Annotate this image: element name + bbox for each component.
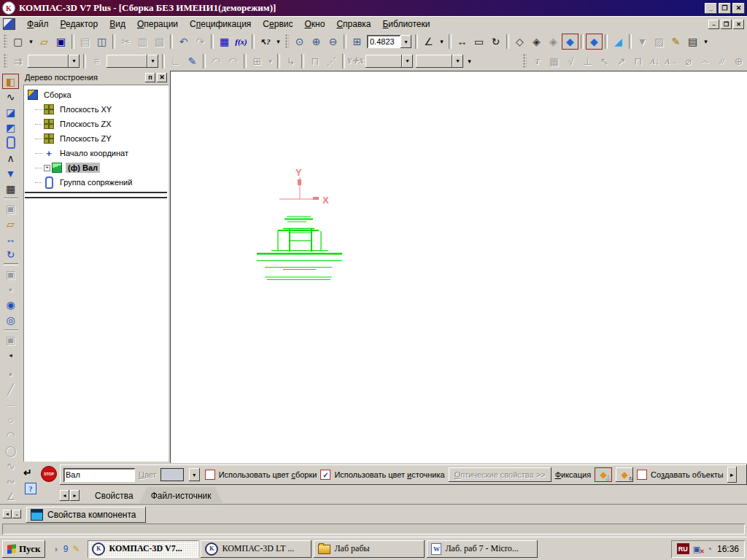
- close-button[interactable]: ✕: [732, 3, 745, 14]
- zoom-by-rectangle-button[interactable]: ⊞: [349, 34, 365, 50]
- drawing-dropdown-button[interactable]: ▾: [701, 34, 711, 50]
- mdi-minimize-button[interactable]: –: [708, 20, 719, 29]
- tree-item-origin[interactable]: +Начало координат: [25, 146, 167, 160]
- sketch-edit-button[interactable]: ✎: [184, 53, 201, 69]
- tree-item-mates-group[interactable]: Группа сопряжений: [25, 175, 167, 190]
- collision-check-button[interactable]: ◉: [2, 298, 19, 313]
- scale-combo-value[interactable]: 0.4823: [367, 35, 400, 48]
- filters-button[interactable]: ▼: [2, 166, 19, 181]
- taskbar-button-lab-rab-7-word[interactable]: WЛаб. раб 7 - Micro...: [427, 540, 538, 558]
- zoom-in-button[interactable]: ⊕: [308, 34, 325, 50]
- scale-combo-dropdown-icon[interactable]: ▾: [400, 35, 411, 48]
- tab-file-source[interactable]: Файл-источник: [139, 487, 223, 503]
- unfix-component-toggle[interactable]: ◆↻: [616, 467, 633, 482]
- component-name-input[interactable]: [63, 468, 135, 482]
- move-component-button[interactable]: ↔: [2, 231, 19, 246]
- language-indicator[interactable]: RU: [677, 543, 689, 554]
- menu-item-file[interactable]: Файл: [21, 17, 55, 31]
- orientation-button[interactable]: ∠: [420, 34, 437, 50]
- toolbar-grip[interactable]: [285, 34, 289, 49]
- open-document-button[interactable]: ▱: [36, 34, 53, 50]
- new-document-button[interactable]: ▢: [9, 34, 26, 50]
- menu-item-libraries[interactable]: Библиотеки: [376, 17, 436, 31]
- menu-item-service[interactable]: Сервис: [257, 17, 298, 31]
- edit-component-button[interactable]: ◧: [2, 74, 19, 89]
- measurements-button[interactable]: ∧: [2, 150, 19, 166]
- tree-item-plane-xy[interactable]: Плоскость XY: [25, 102, 167, 117]
- mdi-restore-button[interactable]: ❐: [721, 20, 732, 29]
- menu-item-help[interactable]: Справка: [330, 17, 376, 31]
- taskbar-button-kompas-3d-v7[interactable]: KКОМПАС-3D V7...: [88, 540, 198, 558]
- tree-item-plane-zx[interactable]: Плоскость ZX: [25, 117, 167, 131]
- document-viewport[interactable]: YX: [170, 71, 747, 463]
- tree-item-plane-zy[interactable]: Плоскость ZY: [25, 131, 167, 146]
- taskbar-button-kompas-3d-lt[interactable]: KКОМПАС-3D LT ...: [201, 540, 311, 558]
- surfaces-button[interactable]: ◪: [2, 104, 19, 120]
- rotate-component-button[interactable]: ↻: [2, 246, 19, 262]
- perspective-button[interactable]: ◆: [586, 34, 603, 50]
- tree-item-assembly[interactable]: Сборка: [25, 88, 167, 102]
- new-document-dropdown-button[interactable]: ▾: [26, 34, 36, 50]
- network-disconnected-icon[interactable]: ▣✕: [693, 545, 703, 553]
- start-button[interactable]: Пуск: [2, 540, 45, 558]
- menu-item-window[interactable]: Окно: [298, 17, 330, 31]
- create-object-icon[interactable]: ↵: [23, 467, 32, 478]
- quick-launch-desktop-icon[interactable]: ◗: [53, 544, 58, 554]
- app-icon[interactable]: K: [2, 1, 15, 15]
- spatial-curves-button[interactable]: ∿: [2, 89, 19, 104]
- interrupt-command-icon[interactable]: STOP: [41, 466, 57, 482]
- drawing-from-model-button[interactable]: ▤: [684, 34, 701, 50]
- quick-launch-monitor-icon[interactable]: 9: [63, 544, 69, 554]
- pan-view-button[interactable]: ↔: [454, 34, 471, 50]
- menu-item-specification[interactable]: Спецификация: [184, 17, 257, 31]
- use-assembly-color-checkbox[interactable]: [205, 470, 215, 480]
- rotate-view-button[interactable]: ↻: [487, 34, 504, 50]
- pin-icon[interactable]: п: [145, 73, 155, 82]
- state-more-dropdown-button[interactable]: ▾: [465, 53, 474, 69]
- taskbar-button-lab-raby-folder[interactable]: Лаб рабы: [314, 540, 425, 558]
- info-chevron-icon[interactable]: ⌄: [12, 510, 21, 518]
- quick-launch-brush-icon[interactable]: ✎: [72, 544, 80, 554]
- tabs-scroll-left-icon[interactable]: ◂: [60, 490, 69, 501]
- orientation-dropdown-button[interactable]: ▾: [437, 34, 446, 50]
- info-collapse-icon[interactable]: ◂: [3, 510, 12, 518]
- context-help-dropdown-button[interactable]: ▾: [274, 34, 283, 50]
- component-properties-tab[interactable]: Свойства компонента: [26, 507, 146, 523]
- tabs-scroll-right-icon[interactable]: ▸: [70, 490, 80, 501]
- display-hidden-removed-button[interactable]: ◈: [528, 34, 545, 50]
- zoom-out-button[interactable]: ⊖: [325, 34, 341, 50]
- mate-gear-button[interactable]: ◎: [2, 313, 19, 328]
- fit-all-button[interactable]: ▭: [471, 34, 487, 50]
- mates-button[interactable]: [2, 135, 19, 150]
- display-hidden-thin-button[interactable]: ◈: [545, 34, 562, 50]
- section-view-button[interactable]: ◢: [610, 34, 627, 50]
- toolbar-grip[interactable]: [4, 54, 7, 69]
- toolbar-grip[interactable]: [523, 54, 527, 69]
- context-help-button[interactable]: ↖?: [257, 34, 274, 50]
- function-fx-button[interactable]: f(x): [233, 34, 249, 50]
- add-component-from-file-button[interactable]: ▱: [2, 216, 19, 231]
- undo-button[interactable]: ↶: [175, 34, 192, 50]
- print-preview-button[interactable]: ◫: [93, 34, 110, 50]
- display-wireframe-button[interactable]: ◇: [511, 34, 528, 50]
- use-source-color-checkbox[interactable]: ✓: [320, 470, 330, 480]
- tab-properties[interactable]: Свойства: [83, 487, 145, 503]
- specification-button[interactable]: ▦: [2, 181, 19, 196]
- sketch-mode-button[interactable]: ✎: [667, 34, 684, 50]
- menu-item-view[interactable]: Вид: [104, 17, 131, 31]
- tree-item-part-val[interactable]: +(ф) Вал: [25, 160, 167, 175]
- expand-icon[interactable]: +: [44, 165, 50, 171]
- restore-button[interactable]: ❐: [719, 3, 731, 14]
- auxiliary-geometry-button[interactable]: ◩: [2, 120, 19, 135]
- save-document-button[interactable]: ▣: [53, 34, 69, 50]
- minimize-button[interactable]: _: [705, 3, 717, 14]
- document-system-menu-icon[interactable]: [3, 18, 15, 30]
- panel-back-arrow-button[interactable]: ◂: [6, 348, 15, 363]
- toolbar-grip[interactable]: [4, 34, 7, 49]
- next-page-icon[interactable]: ▸: [727, 467, 737, 483]
- menu-item-editor[interactable]: Редактор: [55, 17, 104, 31]
- menu-item-operations[interactable]: Операции: [131, 17, 184, 31]
- mdi-close-button[interactable]: ✕: [733, 20, 744, 29]
- zoom-tool-button[interactable]: ⊙: [291, 34, 308, 50]
- scale-combo[interactable]: 0.4823▾: [367, 35, 411, 48]
